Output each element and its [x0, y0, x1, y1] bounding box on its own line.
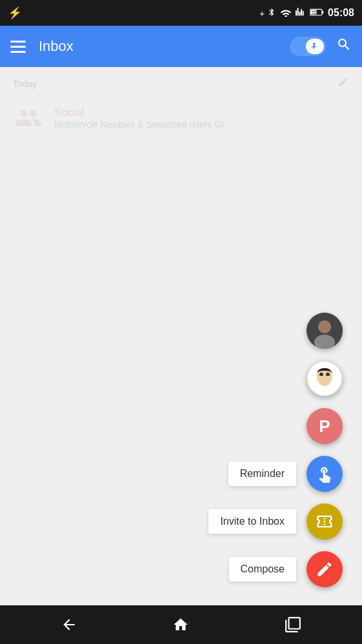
fab-label-invite[interactable]: Invite to Inbox: [208, 509, 296, 534]
fab-row-person1: [273, 313, 343, 349]
fab-row-compose: Compose: [229, 551, 343, 587]
avatar2-icon: [308, 362, 341, 395]
fab-row-person-p: P: [273, 408, 343, 444]
pin-icon: [310, 42, 319, 51]
hamburger-line3: [10, 51, 26, 53]
compose-pencil-icon: [316, 560, 334, 578]
today-label: Today: [13, 79, 37, 89]
hamburger-line2: [10, 46, 26, 48]
home-button[interactable]: [161, 612, 200, 638]
fab-label-compose[interactable]: Compose: [229, 557, 296, 581]
avatar1-icon: [307, 313, 343, 349]
search-button[interactable]: [336, 37, 352, 56]
svg-point-7: [319, 321, 330, 333]
edit-icon[interactable]: [337, 76, 349, 91]
svg-rect-1: [322, 10, 323, 14]
fab-label-reminder[interactable]: Reminder: [228, 462, 296, 486]
bluetooth-icon: +: [259, 8, 276, 19]
status-time: 05:08: [328, 7, 354, 19]
battery-icon: 55: [310, 8, 324, 19]
app-bar-left: Inbox: [10, 38, 74, 55]
fab-compose-button[interactable]: [307, 551, 343, 587]
letter-p-label: P: [319, 416, 330, 436]
social-title: Social: [54, 106, 225, 119]
fab-invite-button[interactable]: [307, 503, 343, 540]
lightning-icon: ⚡: [8, 6, 22, 20]
back-button[interactable]: [50, 612, 88, 638]
toggle-knob: [306, 39, 324, 54]
main-content: Today Social Motorcycle Newbies & Season…: [0, 67, 362, 605]
social-group-icon: [13, 102, 44, 133]
status-bar-left: ⚡: [8, 6, 22, 20]
social-item[interactable]: Social Motorcycle Newbies & Seasoned rid…: [0, 96, 362, 140]
app-title: Inbox: [39, 38, 74, 55]
hamburger-menu-button[interactable]: [10, 41, 26, 53]
social-text: Social Motorcycle Newbies & Seasoned rid…: [54, 106, 225, 130]
bottom-nav: [0, 605, 362, 644]
recents-button[interactable]: [274, 612, 312, 638]
fab-reminder-button[interactable]: [307, 456, 343, 492]
fab-person-p-button[interactable]: P: [307, 408, 343, 444]
social-subtitle: Motorcycle Newbies & Seasoned riders Gr: [54, 119, 225, 130]
fab-person1-button[interactable]: [307, 313, 343, 349]
reminder-icon: [316, 465, 334, 483]
fab-row-reminder: Reminder: [228, 456, 343, 492]
signal-icon: [296, 8, 306, 19]
fab-speed-dial: P Reminder Invite to Inbox Compose: [208, 313, 343, 599]
fab-row-invite: Invite to Inbox: [208, 503, 343, 540]
status-bar: ⚡ + 55 05:08: [0, 0, 362, 26]
today-header: Today: [0, 67, 362, 96]
app-bar: Inbox: [0, 26, 362, 67]
wifi-icon: [280, 8, 292, 19]
pin-toggle[interactable]: [290, 37, 326, 56]
fab-row-person2: [273, 360, 343, 396]
hamburger-line1: [10, 41, 26, 43]
status-bar-right: + 55 05:08: [259, 7, 354, 19]
fab-person2-button[interactable]: [307, 360, 343, 396]
svg-text:55: 55: [312, 10, 316, 15]
ticket-icon: [316, 512, 334, 531]
app-bar-right: [290, 37, 352, 56]
